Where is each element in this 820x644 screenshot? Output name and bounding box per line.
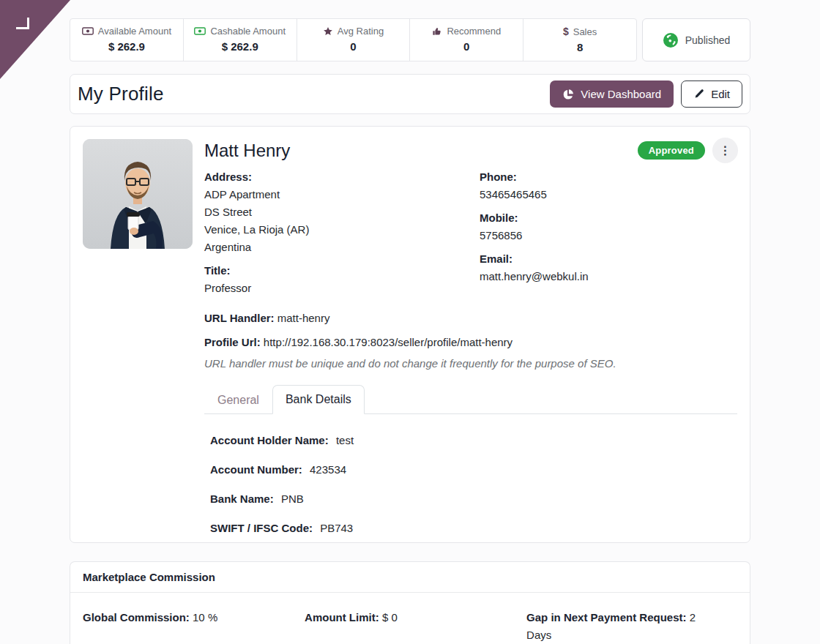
stat-label: Avg Rating bbox=[338, 26, 384, 37]
stat-label: Cashable Amount bbox=[210, 26, 286, 37]
url-handler-label: URL Handler: bbox=[204, 312, 275, 324]
account-holder-label: Account Holder Name: bbox=[210, 434, 329, 446]
bank-name-value: PNB bbox=[281, 493, 304, 505]
status-badge: Approved bbox=[638, 141, 705, 160]
profile-url-label: Profile Url: bbox=[204, 336, 261, 348]
page-title: My Profile bbox=[78, 83, 164, 105]
stat-sales: $ Sales 8 bbox=[523, 19, 636, 61]
edit-label: Edit bbox=[711, 88, 730, 100]
stat-value: 0 bbox=[302, 40, 406, 53]
global-commission-field: Global Commission: 10 % bbox=[83, 609, 305, 644]
email-field: Email: matt.henry@webkul.in bbox=[480, 250, 737, 285]
mobile-value: 5756856 bbox=[480, 227, 737, 244]
stats-card: Available Amount $ 262.9 Cashable Amount… bbox=[70, 18, 637, 61]
swift-ifsc-field: SWIFT / IFSC Code: PB743 bbox=[210, 520, 737, 537]
stat-recommend: Recommend 0 bbox=[410, 19, 523, 61]
global-commission-value: 10 % bbox=[193, 611, 217, 624]
url-handler-value: matt-henry bbox=[277, 312, 330, 324]
view-dashboard-label: View Dashboard bbox=[581, 88, 661, 100]
title-value: Professor bbox=[204, 280, 468, 297]
stat-available-amount: Available Amount $ 262.9 bbox=[70, 19, 184, 61]
profile-url-value: http://192.168.30.179:8023/seller/profil… bbox=[264, 336, 512, 348]
stat-label: Available Amount bbox=[98, 26, 171, 37]
phone-label: Phone: bbox=[480, 168, 737, 186]
stat-value: $ 262.9 bbox=[75, 40, 179, 53]
stat-label: Recommend bbox=[447, 26, 501, 37]
page-header: My Profile View Dashboard Edit bbox=[70, 74, 750, 114]
amount-limit-label: Amount Limit: bbox=[305, 611, 379, 624]
tab-general[interactable]: General bbox=[204, 385, 272, 414]
stat-avg-rating: Avg Rating 0 bbox=[297, 19, 411, 61]
seller-profile-card: Approved ⋮ bbox=[70, 126, 750, 543]
email-value: matt.henry@webkul.in bbox=[480, 268, 737, 285]
seller-name: Matt Henry bbox=[204, 141, 468, 161]
title-label: Title: bbox=[204, 262, 468, 280]
pencil-icon bbox=[693, 89, 704, 100]
account-number-label: Account Number: bbox=[210, 463, 302, 476]
stat-value: 0 bbox=[414, 40, 518, 53]
corner-arrow-icon bbox=[16, 18, 29, 29]
pie-chart-icon bbox=[562, 89, 574, 100]
account-holder-field: Account Holder Name: test bbox=[210, 432, 737, 449]
url-handler-field: URL Handler: matt-henry bbox=[204, 310, 737, 327]
profile-tabs: General Bank Details Account Holder Name… bbox=[204, 384, 737, 537]
money-bill-icon bbox=[194, 27, 206, 35]
mobile-label: Mobile: bbox=[480, 209, 737, 227]
bank-name-field: Bank Name: PNB bbox=[210, 490, 737, 508]
seo-note: URL handler must be unique and do not ch… bbox=[204, 357, 737, 370]
title-field: Title: Professor bbox=[204, 262, 468, 297]
published-toggle[interactable]: Published bbox=[642, 18, 750, 61]
email-label: Email: bbox=[480, 250, 737, 268]
thumbs-up-icon bbox=[432, 26, 442, 37]
address-field: Address: ADP Apartment DS Street Venice,… bbox=[204, 168, 468, 256]
kebab-menu-button[interactable]: ⋮ bbox=[712, 138, 738, 163]
account-number-field: Account Number: 423534 bbox=[210, 461, 737, 479]
star-icon bbox=[323, 26, 333, 37]
account-holder-value: test bbox=[336, 434, 354, 446]
edit-button[interactable]: Edit bbox=[681, 80, 742, 108]
address-label: Address: bbox=[204, 168, 468, 186]
global-commission-label: Global Commission: bbox=[83, 611, 190, 624]
swift-ifsc-value: PB743 bbox=[320, 522, 353, 534]
view-dashboard-button[interactable]: View Dashboard bbox=[550, 80, 674, 108]
mobile-field: Mobile: 5756856 bbox=[480, 209, 737, 244]
payment-gap-field: Gap in Next Payment Request: 2 Days bbox=[526, 609, 737, 644]
stat-value: $ 262.9 bbox=[188, 40, 292, 53]
marketplace-commission-card: Marketplace Commission Global Commission… bbox=[70, 561, 750, 644]
address-line: DS Street bbox=[204, 203, 468, 221]
amount-limit-value: $ 0 bbox=[382, 611, 398, 624]
phone-value: 53465465465 bbox=[480, 186, 737, 203]
seller-stats-bar: Available Amount $ 262.9 Cashable Amount… bbox=[70, 18, 750, 61]
swift-ifsc-label: SWIFT / IFSC Code: bbox=[210, 522, 313, 534]
backend-corner-ribbon[interactable] bbox=[0, 0, 70, 79]
stat-label: Sales bbox=[573, 26, 597, 37]
stat-cashable-amount: Cashable Amount $ 262.9 bbox=[184, 19, 297, 61]
money-bill-icon bbox=[82, 27, 94, 35]
avatar bbox=[83, 139, 193, 249]
bank-name-label: Bank Name: bbox=[210, 493, 274, 505]
address-line: ADP Apartment bbox=[204, 186, 468, 203]
address-line: Argentina bbox=[204, 239, 468, 256]
dollar-icon: $ bbox=[563, 26, 569, 37]
bank-details-panel: Account Holder Name: test Account Number… bbox=[204, 414, 737, 537]
stat-value: 8 bbox=[528, 41, 632, 53]
amount-limit-field: Amount Limit: $ 0 bbox=[305, 609, 526, 644]
payment-gap-label: Gap in Next Payment Request: bbox=[526, 611, 686, 624]
tab-bank-details[interactable]: Bank Details bbox=[272, 385, 365, 414]
profile-url-field: Profile Url: http://192.168.30.179:8023/… bbox=[204, 334, 737, 351]
commission-title: Marketplace Commission bbox=[70, 562, 750, 593]
account-number-value: 423534 bbox=[310, 463, 346, 476]
phone-field: Phone: 53465465465 bbox=[480, 168, 737, 203]
address-line: Venice, La Rioja (AR) bbox=[204, 221, 468, 239]
globe-icon bbox=[663, 32, 679, 48]
published-label: Published bbox=[685, 34, 731, 46]
